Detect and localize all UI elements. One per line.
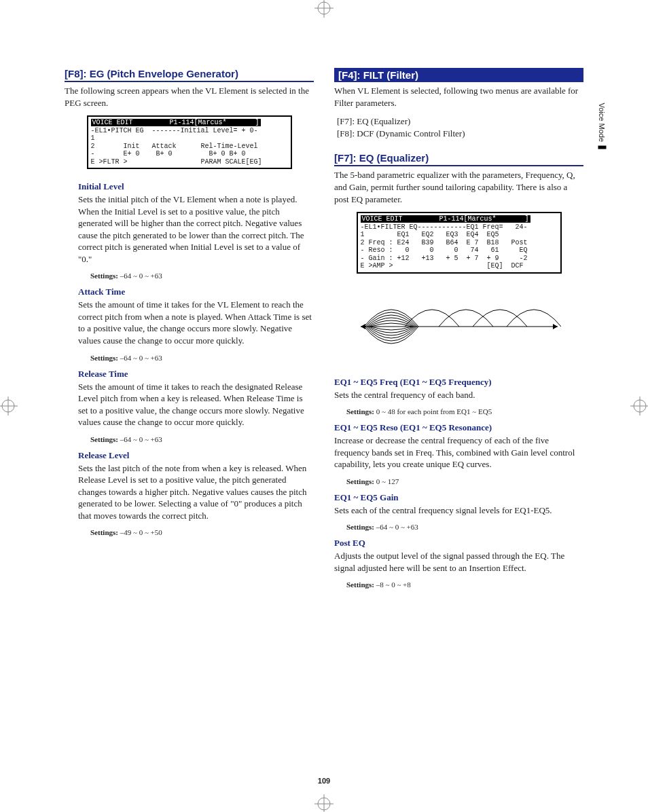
param-head-eq-gain: EQ1 ~ EQ5 Gain — [334, 492, 583, 503]
crop-mark-bottom — [314, 794, 334, 812]
lcd-header: VOICE EDIT P1-114[Marcus* ] — [91, 119, 261, 126]
crop-mark-left — [0, 396, 18, 416]
param-body: Sets the amount of time it takes to reac… — [78, 381, 314, 428]
svg-marker-14 — [361, 324, 365, 329]
param-head-release-time: Release Time — [78, 369, 314, 380]
lcd-body: -EL1•FILTER EQ------------EQ1 Freq= 24- … — [361, 223, 528, 270]
param-head-release-level: Release Level — [78, 450, 314, 461]
svg-marker-13 — [553, 324, 558, 329]
param-head-initial-level: Initial Level — [78, 181, 314, 192]
param-settings: Settings: 0 ~ 48 for each point from EQ1… — [346, 407, 583, 416]
param-settings: Settings: –8 ~ 0 ~ +8 — [346, 580, 583, 589]
param-settings: Settings: –64 ~ 0 ~ +63 — [90, 435, 314, 443]
crop-mark-top — [314, 0, 334, 18]
filt-intro-text: When VL Element is selected, following t… — [334, 85, 583, 109]
param-head-eq-reso: EQ1 ~ EQ5 Reso (EQ1 ~ EQ5 Resonance) — [334, 422, 583, 433]
right-column: [F4]: FILT (Filter) When VL Element is s… — [334, 68, 583, 594]
param-head-attack-time: Attack Time — [78, 287, 314, 297]
heading-f4-filt: [F4]: FILT (Filter) — [334, 68, 583, 82]
heading-f7-eq: [F7]: EQ (Equalizer) — [334, 152, 583, 166]
eq-curve-diagram — [357, 286, 561, 367]
param-settings: Settings: –64 ~ 0 ~ +63 — [90, 354, 314, 362]
param-body: Sets the last pitch of the note from whe… — [78, 462, 314, 522]
param-settings: Settings: 0 ~ 127 — [346, 477, 583, 485]
lcd-header: VOICE EDIT P1-114[Marcus* ] — [361, 215, 530, 223]
param-body: Sets each of the central frequency signa… — [334, 504, 583, 517]
filter-item-dcf: [F8]: DCF (Dynamic Control Filter) — [337, 128, 583, 140]
filter-item-eq: [F7]: EQ (Equalizer) — [337, 115, 583, 128]
heading-f8-eg: [F8]: EG (Pitch Envelope Generator) — [65, 68, 314, 82]
param-settings: Settings: –64 ~ 0 ~ +63 — [346, 523, 583, 531]
lcd-screen-filter-eq: VOICE EDIT P1-114[Marcus* ] -EL1•FILTER … — [357, 212, 562, 274]
param-head-eq-freq: EQ1 ~ EQ5 Freq (EQ1 ~ EQ5 Frequency) — [334, 377, 583, 388]
param-body: Sets the amount of time it takes for the… — [78, 299, 314, 346]
side-tab-voice-mode: Voice Mode — [598, 90, 606, 149]
lcd-body: -EL1•PITCH EG -------Initial Level= + 0-… — [91, 127, 262, 166]
left-column: [F8]: EG (Pitch Envelope Generator) The … — [65, 68, 314, 594]
f8-intro-text: The following screen appears when the VL… — [65, 85, 314, 109]
page-number: 109 — [318, 777, 330, 785]
param-body: Sets the central frequency of each band. — [334, 389, 583, 401]
param-head-post-eq: Post EQ — [334, 538, 583, 549]
param-body: Increase or decrease the central frequen… — [334, 435, 583, 470]
crop-mark-right — [630, 396, 648, 416]
param-body: Adjusts the output level of the signal p… — [334, 550, 583, 574]
param-settings: Settings: –64 ~ 0 ~ +63 — [90, 272, 314, 280]
param-body: Sets the initial pitch of the VL Element… — [78, 193, 314, 265]
filter-sublist: [F7]: EQ (Equalizer) [F8]: DCF (Dynamic … — [337, 115, 583, 140]
param-settings: Settings: –49 ~ 0 ~ +50 — [90, 528, 314, 536]
f7-intro-text: The 5-band parametric equalizer with the… — [334, 169, 583, 205]
lcd-screen-peg: VOICE EDIT P1-114[Marcus* ] -EL1•PITCH E… — [87, 115, 292, 169]
